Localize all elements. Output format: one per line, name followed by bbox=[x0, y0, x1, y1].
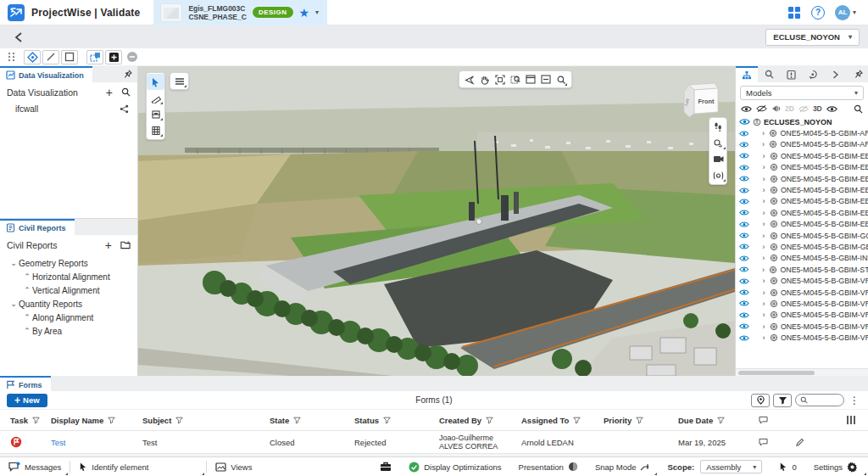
model-tree-row[interactable]: › ONE5-M045-5-B-GBIM-ARPA bbox=[736, 139, 868, 150]
filter-funnel-icon[interactable] bbox=[293, 417, 301, 424]
zoom-tools-button[interactable] bbox=[554, 71, 569, 87]
chevron-down-icon[interactable]: ⌄ bbox=[8, 259, 19, 267]
add-to-selection-button[interactable] bbox=[105, 50, 122, 64]
invert-visibility-icon[interactable] bbox=[771, 104, 781, 113]
chevron-up-icon[interactable]: ⌃ bbox=[22, 286, 32, 294]
visibility-eye-icon[interactable] bbox=[739, 187, 749, 194]
toolbox-button[interactable] bbox=[371, 457, 400, 476]
tab-forms[interactable]: Forms bbox=[0, 376, 51, 392]
camera-tool-button[interactable] bbox=[709, 151, 727, 167]
model-tree-row[interactable]: › ONE5-M045-5-B-GBIM-EEM bbox=[736, 150, 868, 161]
view-previous-button[interactable] bbox=[538, 71, 554, 87]
visibility-eye-icon[interactable] bbox=[739, 288, 749, 296]
add-visualization-icon[interactable]: + bbox=[106, 87, 113, 98]
tab-civil-reports[interactable]: Civil Reports bbox=[0, 219, 75, 235]
filter-button[interactable] bbox=[773, 394, 792, 407]
forms-search-input[interactable] bbox=[795, 394, 844, 406]
expand-chevron-icon[interactable]: › bbox=[760, 129, 766, 137]
models-dropdown[interactable]: Models ▾ bbox=[740, 86, 864, 100]
tree-item-quantity-reports[interactable]: ⌄Quantity Reports bbox=[0, 297, 137, 311]
help-icon[interactable]: ? bbox=[811, 6, 825, 20]
model-tree-root[interactable]: ECLUSES_NOYON bbox=[736, 116, 868, 127]
filter-funnel-icon[interactable] bbox=[108, 417, 115, 424]
visibility-eye-icon[interactable] bbox=[739, 130, 748, 137]
expand-chevron-icon[interactable]: › bbox=[760, 175, 767, 183]
line-select-tool-button[interactable] bbox=[42, 50, 59, 64]
expand-chevron-icon[interactable]: › bbox=[760, 277, 767, 285]
select-element-tool-button[interactable] bbox=[24, 50, 41, 64]
forms-more-menu-icon[interactable]: ⋮ bbox=[848, 395, 861, 406]
display-optimizations-button[interactable]: Display Optimizations bbox=[400, 457, 509, 476]
chevron-up-icon[interactable]: ⌃ bbox=[22, 327, 32, 335]
tab-validation[interactable] bbox=[802, 66, 824, 82]
model-tree-row[interactable]: › ONE5-M045-5-B-GBIM-VRD bbox=[736, 298, 868, 309]
column-header-assigned-to[interactable]: Assigned To bbox=[511, 416, 593, 425]
3d-viewport[interactable]: Front Left bbox=[138, 66, 735, 376]
remove-from-selection-button[interactable] bbox=[124, 50, 141, 64]
filter-funnel-icon[interactable] bbox=[573, 417, 581, 424]
column-options-button[interactable] bbox=[795, 415, 868, 425]
expand-chevron-icon[interactable]: › bbox=[760, 322, 767, 331]
expand-chevron-icon[interactable]: › bbox=[760, 311, 767, 319]
zoom-window-button[interactable] bbox=[508, 71, 523, 87]
import-report-icon[interactable] bbox=[120, 240, 131, 249]
show-all-icon[interactable] bbox=[741, 105, 752, 113]
messages-button[interactable]: Messages bbox=[0, 457, 70, 476]
column-header-task[interactable]: Task bbox=[0, 416, 41, 425]
edit-pencil-icon[interactable] bbox=[795, 438, 804, 447]
section-tool-button[interactable] bbox=[147, 106, 164, 122]
column-header-priority[interactable]: Priority bbox=[593, 416, 668, 425]
tree-item-geometry-reports[interactable]: ⌄Geometry Reports bbox=[0, 256, 137, 270]
expand-chevron-icon[interactable]: › bbox=[760, 288, 767, 297]
tab-models-tree[interactable] bbox=[736, 66, 758, 82]
filter-funnel-icon[interactable] bbox=[717, 417, 725, 424]
scope-dropdown[interactable]: Assembly ▾ bbox=[700, 460, 762, 473]
visibility-eye-icon[interactable] bbox=[739, 118, 750, 126]
model-tree-row[interactable]: › ONE5-M045-5-B-GBIM-VRD bbox=[736, 287, 868, 298]
column-header-comments[interactable] bbox=[748, 416, 795, 424]
model-tree-row[interactable]: › ONE5-M045-5-B-GBIM-GEO bbox=[736, 241, 868, 252]
model-tree-row[interactable]: › ONE5-M045-5-B-GBIM-VRD bbox=[736, 310, 868, 321]
show-markers-button[interactable] bbox=[751, 394, 770, 407]
visibility-eye-icon[interactable] bbox=[739, 322, 749, 330]
pin-panel-icon[interactable] bbox=[124, 70, 132, 79]
walk-tool-button[interactable] bbox=[709, 119, 727, 135]
expand-chevron-icon[interactable]: › bbox=[760, 197, 767, 205]
model-tree-row[interactable]: › ONE5-M045-5-B-GBIM-VRD bbox=[736, 321, 868, 332]
drag-handle-icon[interactable] bbox=[7, 51, 15, 63]
expand-chevron-icon[interactable]: › bbox=[760, 266, 766, 274]
measure-tool-button[interactable] bbox=[147, 90, 164, 106]
expand-chevron-icon[interactable]: › bbox=[760, 333, 767, 342]
visibility-eye-icon[interactable] bbox=[739, 300, 749, 307]
expand-chevron-icon[interactable]: › bbox=[760, 243, 767, 251]
tab-issues[interactable] bbox=[780, 66, 802, 82]
expand-chevron-icon[interactable]: › bbox=[760, 152, 767, 160]
presentation-button[interactable]: Presentation bbox=[510, 457, 587, 476]
form-row[interactable]: Test Test Closed Rejected Joao-Guilherme… bbox=[0, 431, 868, 454]
3d-visibility-on-icon[interactable] bbox=[826, 105, 837, 113]
tree-search-icon[interactable] bbox=[854, 104, 863, 114]
chevron-up-icon[interactable]: ⌃ bbox=[22, 313, 32, 322]
identify-element-button[interactable]: Identify element bbox=[70, 457, 206, 476]
panorama-tool-button[interactable] bbox=[709, 167, 727, 183]
visibility-eye-icon[interactable] bbox=[739, 152, 749, 160]
tree-item-horizontal-alignment[interactable]: ⌃Horizontal Alignment bbox=[0, 270, 137, 283]
project-caret-icon[interactable]: ▾ bbox=[315, 8, 319, 16]
expand-chevron-icon[interactable]: › bbox=[760, 254, 767, 262]
model-tree-row[interactable]: › ONE5-M045-5-B-GBIM-EEM bbox=[736, 173, 868, 184]
search-icon[interactable] bbox=[121, 87, 131, 97]
visibility-eye-icon[interactable] bbox=[739, 175, 749, 182]
model-tree-row[interactable]: › ONE5-M045-5-B-GBIM-EEM bbox=[736, 162, 868, 173]
selection-count[interactable]: 0 bbox=[771, 457, 804, 476]
tab-data-visualization[interactable]: Data Visualization bbox=[0, 66, 92, 82]
visibility-eye-icon[interactable] bbox=[739, 164, 749, 171]
filter-funnel-icon[interactable] bbox=[175, 417, 183, 424]
filter-funnel-icon[interactable] bbox=[32, 417, 40, 424]
rotate-view-button[interactable] bbox=[462, 71, 477, 87]
model-selector-dropdown[interactable]: ECLUSE_NOYON ▾ bbox=[765, 29, 860, 46]
model-tree-row[interactable]: › ONE5-M045-5-B-GBIM-EEM bbox=[736, 207, 868, 218]
visibility-eye-icon[interactable] bbox=[739, 232, 749, 239]
model-tree-row[interactable]: › ONE5-M045-5-B-GBIM-EEM bbox=[736, 196, 868, 207]
user-menu[interactable]: AL ▾ bbox=[835, 5, 856, 20]
visibility-eye-icon[interactable] bbox=[739, 221, 749, 228]
